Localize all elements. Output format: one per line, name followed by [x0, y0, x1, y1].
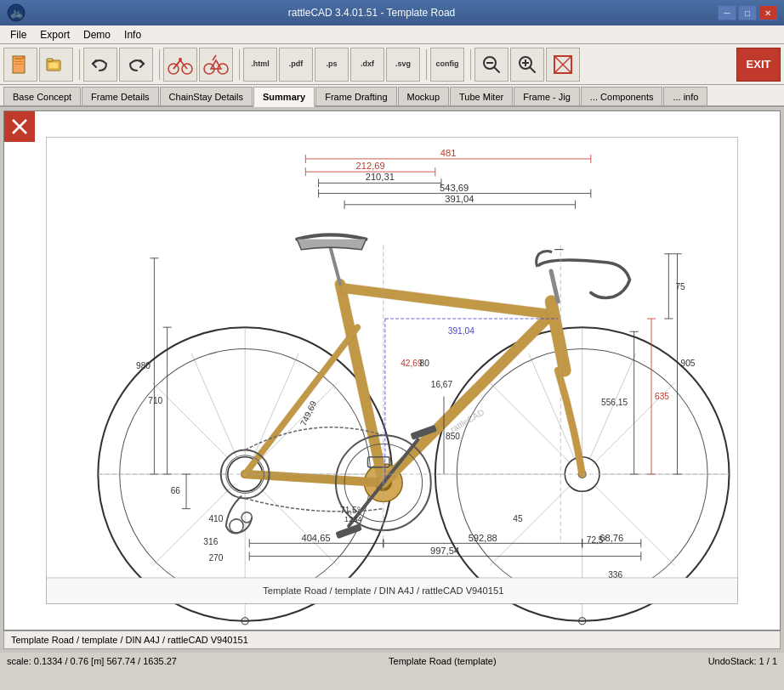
svg-text:997,54: 997,54	[430, 546, 459, 556]
svg-marker-18	[211, 60, 221, 69]
svg-text:391,04: 391,04	[445, 194, 474, 204]
svg-point-16	[204, 64, 214, 74]
menu-demo[interactable]: Demo	[77, 27, 117, 42]
tab-components[interactable]: ... Components	[581, 87, 663, 105]
svg-line-14	[173, 60, 180, 69]
toolbar-group-views	[163, 48, 233, 82]
maximize-button[interactable]: □	[738, 5, 757, 20]
svg-rect-3	[14, 58, 23, 59]
zoom-fit-button[interactable]	[546, 48, 580, 82]
open-button[interactable]	[39, 48, 73, 82]
bikeview-button[interactable]	[163, 48, 197, 82]
svg-point-20	[484, 57, 496, 69]
bikered-button[interactable]	[199, 48, 233, 82]
svg-text:391,04: 391,04	[448, 326, 474, 336]
svg-line-29	[554, 56, 571, 73]
bike-drawing: 481 212,69 210,31 543,69 391,04	[4, 111, 780, 630]
tab-frame-drafting[interactable]: Frame Drafting	[315, 87, 396, 105]
svg-line-22	[494, 67, 499, 72]
separator-3	[236, 49, 240, 80]
svg-point-11	[182, 64, 192, 74]
separator-4	[423, 49, 427, 80]
svg-text:635: 635	[655, 392, 669, 401]
menubar: File Export Demo Info	[0, 25, 784, 44]
drawing-info-text: Template Road / template / DIN A4J / rat…	[11, 635, 248, 645]
menu-file[interactable]: File	[3, 27, 33, 42]
menu-export[interactable]: Export	[33, 27, 77, 42]
svg-line-19	[213, 55, 216, 60]
svg-text:905: 905	[681, 359, 696, 368]
html-button[interactable]: .html	[243, 48, 277, 82]
minimize-button[interactable]: ─	[718, 5, 736, 20]
zoom-in-button[interactable]	[510, 48, 544, 82]
tab-info[interactable]: ... info	[663, 87, 707, 105]
svg-line-28	[554, 56, 571, 73]
svg-text:Template Road  /  template  / : Template Road / template / DIN A4J / rat…	[263, 585, 503, 596]
svg-text:316: 316	[203, 537, 218, 546]
svg-rect-8	[47, 59, 53, 61]
svg-text:80: 80	[420, 359, 430, 368]
separator-1	[77, 49, 80, 80]
tab-summary[interactable]: Summary	[253, 87, 315, 107]
tab-frame-details[interactable]: Frame Details	[82, 87, 158, 105]
svg-line-12	[173, 60, 180, 69]
svg-text:980: 980	[136, 361, 151, 370]
svg-text:1234: 1234	[344, 515, 361, 523]
template-info: Template Road (template)	[389, 656, 497, 666]
svg-text:16,67: 16,67	[431, 380, 453, 389]
svg-button[interactable]: .svg	[386, 48, 420, 82]
ps-button[interactable]: .ps	[315, 48, 349, 82]
tabs: Base Concept Frame Details ChainStay Det…	[0, 85, 784, 107]
separator-5	[468, 49, 471, 80]
drawing-area[interactable]: 481 212,69 210,31 543,69 391,04	[3, 110, 781, 631]
zoom-out-button[interactable]	[474, 48, 508, 82]
scale-info: scale: 0.1334 / 0.76 [m] 567.74 / 1635.2…	[7, 656, 177, 666]
svg-text:🚲: 🚲	[10, 6, 23, 19]
svg-text:72,5°: 72,5°	[587, 535, 607, 545]
svg-text:410: 410	[208, 514, 223, 523]
separator-2	[156, 49, 160, 80]
svg-marker-6	[21, 56, 25, 59]
svg-text:210,31: 210,31	[366, 172, 395, 182]
svg-point-15	[179, 58, 182, 61]
svg-text:710: 710	[148, 396, 162, 405]
svg-rect-5	[14, 64, 23, 65]
svg-rect-4	[14, 61, 23, 62]
svg-text:592,88: 592,88	[469, 533, 497, 543]
toolbar-group-file	[3, 48, 73, 82]
tab-frame-jig[interactable]: Frame - Jig	[514, 87, 580, 105]
red-corner-icon	[4, 111, 35, 142]
undo-stack: UndoStack: 1 / 1	[708, 656, 777, 666]
svg-point-23	[520, 57, 531, 69]
undo-button[interactable]	[83, 48, 117, 82]
svg-text:481: 481	[440, 148, 457, 158]
status-drawing-info: Template Road / template / DIN A4J / rat…	[3, 631, 781, 649]
redo-button[interactable]	[119, 48, 153, 82]
svg-rect-7	[47, 60, 60, 71]
config-button[interactable]: config	[430, 48, 464, 82]
exit-button[interactable]: EXIT	[736, 48, 781, 82]
svg-text:556,15: 556,15	[601, 398, 628, 407]
toolbar-group-undoredo	[83, 48, 153, 82]
svg-rect-9	[48, 62, 59, 69]
svg-line-26	[530, 67, 535, 72]
menu-info[interactable]: Info	[117, 27, 148, 42]
svg-text:543,69: 543,69	[440, 183, 469, 193]
window-controls: ─ □ ✕	[718, 5, 777, 20]
app-icon: 🚲	[7, 3, 26, 22]
svg-text:71,5°: 71,5°	[340, 506, 361, 515]
svg-rect-2	[13, 56, 25, 73]
svg-point-17	[218, 64, 228, 74]
svg-line-13	[180, 60, 187, 69]
pdf-button[interactable]: .pdf	[279, 48, 313, 82]
dxf-button[interactable]: .dxf	[350, 48, 384, 82]
tab-tube-miter[interactable]: Tube Miter	[450, 87, 513, 105]
tab-mockup[interactable]: Mockup	[398, 87, 450, 105]
svg-text:66: 66	[171, 486, 181, 495]
svg-text:404,65: 404,65	[301, 533, 330, 543]
svg-rect-27	[554, 56, 571, 73]
close-button[interactable]: ✕	[758, 5, 777, 20]
tab-base-concept[interactable]: Base Concept	[3, 87, 81, 105]
new-button[interactable]	[3, 48, 37, 82]
tab-chainstay-details[interactable]: ChainStay Details	[160, 87, 253, 105]
